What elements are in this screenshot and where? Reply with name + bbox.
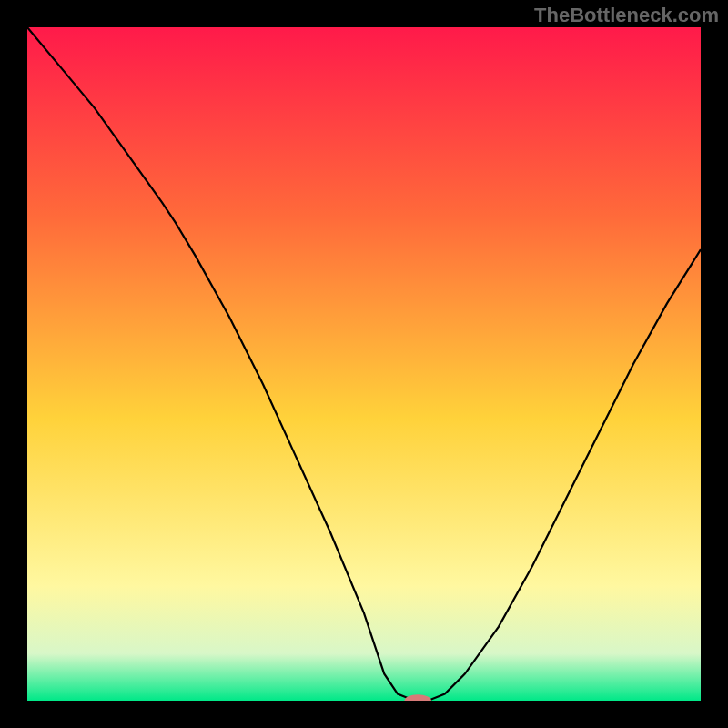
chart-frame: TheBottleneck.com (0, 0, 728, 728)
watermark-text: TheBottleneck.com (534, 4, 719, 27)
plot-area (27, 27, 701, 701)
gradient-background (27, 27, 701, 701)
chart-svg (27, 27, 701, 701)
